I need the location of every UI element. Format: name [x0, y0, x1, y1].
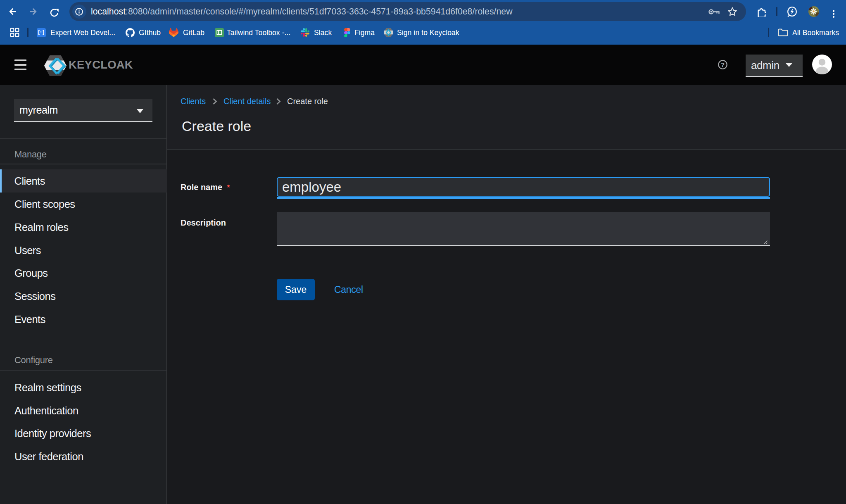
svg-text:?: ?: [721, 61, 725, 68]
